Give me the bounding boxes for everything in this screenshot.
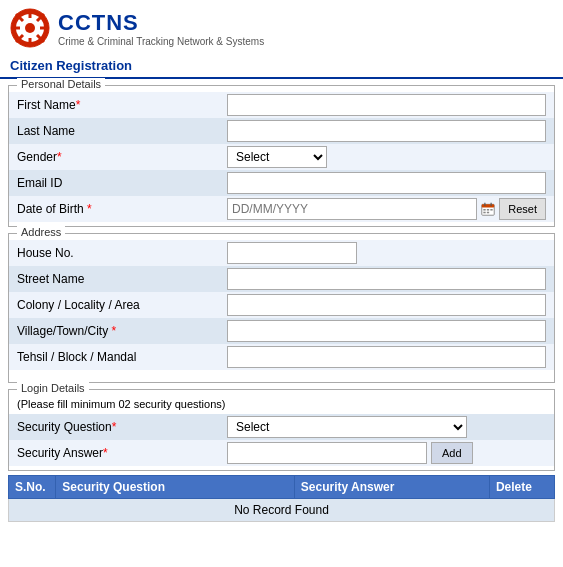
village-label: Village/Town/City * <box>17 324 227 338</box>
col-sa-header: Security Answer <box>294 476 489 499</box>
security-table-section: S.No. Security Question Security Answer … <box>8 475 555 522</box>
last-name-input-wrap <box>227 120 546 142</box>
empty-message: No Record Found <box>9 499 555 522</box>
svg-rect-19 <box>487 212 489 214</box>
login-details-note: (Please fill minimum 02 security questio… <box>9 396 554 414</box>
last-name-input[interactable] <box>227 120 546 142</box>
col-sq-header: Security Question <box>56 476 294 499</box>
village-row: Village/Town/City * <box>9 318 554 344</box>
sa-required: * <box>103 446 108 460</box>
app-title: CCTNS <box>58 10 264 36</box>
table-header-row: S.No. Security Question Security Answer … <box>9 476 555 499</box>
add-button[interactable]: Add <box>431 442 473 464</box>
dob-row: Date of Birth * Reset <box>9 196 554 222</box>
tehsil-input[interactable] <box>227 346 546 368</box>
house-no-label: House No. <box>17 246 227 260</box>
personal-details-section: Personal Details First Name* Last Name G… <box>8 85 555 227</box>
colony-input[interactable] <box>227 294 546 316</box>
security-answer-input[interactable] <box>227 442 427 464</box>
first-name-required: * <box>76 98 81 112</box>
page-title: Citizen Registration <box>0 56 563 79</box>
email-input[interactable] <box>227 172 546 194</box>
header-text: CCTNS Crime & Criminal Tracking Network … <box>58 10 264 47</box>
personal-details-legend: Personal Details <box>17 78 105 90</box>
last-name-label: Last Name <box>17 124 227 138</box>
gender-input-wrap: Select Male Female Other <box>227 146 546 168</box>
security-answer-label: Security Answer* <box>17 446 227 460</box>
gender-required: * <box>57 150 62 164</box>
first-name-input[interactable] <box>227 94 546 116</box>
dob-required: * <box>87 202 92 216</box>
dob-controls: Reset <box>227 198 546 220</box>
colony-row: Colony / Locality / Area <box>9 292 554 318</box>
village-input-wrap <box>227 320 546 342</box>
svg-rect-17 <box>491 209 493 211</box>
security-question-select[interactable]: Select <box>227 416 467 438</box>
dob-input-wrap: Reset <box>227 198 546 220</box>
house-no-input-wrap <box>227 242 357 264</box>
tehsil-label: Tehsil / Block / Mandal <box>17 350 227 364</box>
colony-label: Colony / Locality / Area <box>17 298 227 312</box>
svg-rect-18 <box>484 212 486 214</box>
first-name-input-wrap <box>227 94 546 116</box>
tehsil-input-wrap <box>227 346 546 368</box>
header: CCTNS Crime & Criminal Tracking Network … <box>0 0 563 56</box>
first-name-row: First Name* <box>9 92 554 118</box>
email-input-wrap <box>227 172 546 194</box>
security-question-input-wrap: Select <box>227 416 467 438</box>
last-name-row: Last Name <box>9 118 554 144</box>
street-name-input[interactable] <box>227 268 546 290</box>
village-input[interactable] <box>227 320 546 342</box>
cctns-logo-icon <box>10 8 50 48</box>
village-required: * <box>112 324 117 338</box>
street-name-input-wrap <box>227 268 546 290</box>
gender-row: Gender* Select Male Female Other <box>9 144 554 170</box>
email-label: Email ID <box>17 176 227 190</box>
street-name-label: Street Name <box>17 272 227 286</box>
tehsil-row: Tehsil / Block / Mandal <box>9 344 554 370</box>
sq-required: * <box>112 420 117 434</box>
login-details-legend: Login Details <box>17 382 89 394</box>
table-empty-row: No Record Found <box>9 499 555 522</box>
email-row: Email ID <box>9 170 554 196</box>
svg-rect-16 <box>487 209 489 211</box>
security-question-row: Security Question* Select <box>9 414 554 440</box>
house-no-input[interactable] <box>227 242 357 264</box>
gender-label: Gender* <box>17 150 227 164</box>
first-name-label: First Name* <box>17 98 227 112</box>
svg-rect-15 <box>484 209 486 211</box>
house-no-row: House No. <box>9 240 554 266</box>
security-answer-input-wrap: Add <box>227 442 473 464</box>
svg-point-2 <box>25 23 35 33</box>
security-question-label: Security Question* <box>17 420 227 434</box>
street-name-row: Street Name <box>9 266 554 292</box>
app-subtitle: Crime & Criminal Tracking Network & Syst… <box>58 36 264 47</box>
colony-input-wrap <box>227 294 546 316</box>
dob-input[interactable] <box>227 198 477 220</box>
address-legend: Address <box>17 226 65 238</box>
col-sno-header: S.No. <box>9 476 56 499</box>
dob-label: Date of Birth * <box>17 202 227 216</box>
security-table: S.No. Security Question Security Answer … <box>8 475 555 522</box>
security-answer-row: Security Answer* Add <box>9 440 554 466</box>
address-section: Address House No. Street Name Colony / L… <box>8 233 555 383</box>
login-details-section: Login Details (Please fill minimum 02 se… <box>8 389 555 471</box>
svg-rect-12 <box>482 204 494 207</box>
gender-select[interactable]: Select Male Female Other <box>227 146 327 168</box>
col-del-header: Delete <box>489 476 554 499</box>
reset-button[interactable]: Reset <box>499 198 546 220</box>
calendar-icon[interactable] <box>481 200 495 218</box>
